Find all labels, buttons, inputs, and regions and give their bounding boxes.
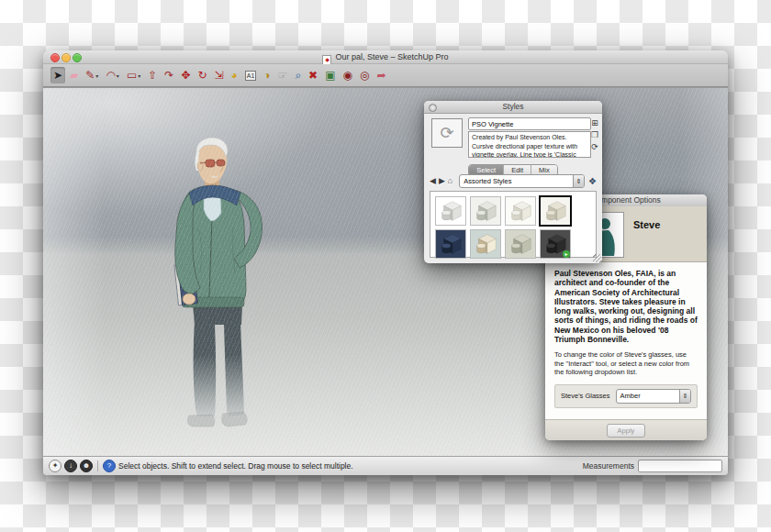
credits-icon[interactable]: ↓ [64,460,77,472]
style-washed-thumbnail[interactable] [505,196,536,226]
style-options-icon[interactable]: ❖ [588,176,597,186]
push-pull-tool[interactable]: ⇧ [145,67,160,83]
walk-icon: ◎ [360,67,369,83]
update-style-icon[interactable]: ❐ [589,129,600,141]
dropdown-caret-icon[interactable]: ▾ [117,72,119,79]
follow-me-icon: ↷ [164,67,173,83]
arc-tool[interactable]: ◠▾ [103,67,122,83]
style-pso-vignette-thumbnail[interactable] [540,196,571,226]
orbit-icon: ◑ [263,67,270,83]
follow-me-tool[interactable]: ↷ [162,67,176,83]
dropdown-caret-icon[interactable]: ▾ [138,72,140,79]
push-pull-icon: ⇧ [148,67,157,83]
user-icon[interactable]: ☻ [80,460,93,472]
collection-value: Assorted Styles [460,177,573,185]
walk-tool[interactable]: ◎ [357,67,372,83]
style-sketchy-tan-thumbnail[interactable] [470,229,501,259]
text-tool[interactable]: A1 [242,67,260,83]
select-stepper-icon: ⇕ [679,390,690,403]
style-light-1-thumbnail[interactable] [435,196,466,226]
component-bio: Paul Stevenson Oles, FAIA, is an archite… [554,269,698,344]
glasses-option-row: Steve's Glasses Amber ⇕ [554,384,698,408]
position-camera-icon: ▣ [325,67,335,83]
look-around-icon: ◉ [343,67,352,83]
window-titlebar[interactable]: ◆Our pal, Steve – SketchUp Pro [43,50,728,64]
style-dark-gray-thumbnail[interactable]: ▸ [540,229,571,259]
line-tool[interactable]: ✎▾ [83,67,101,83]
glasses-color-value: Amber [617,392,679,400]
status-divider [97,460,98,471]
zoom-icon: ⌕ [295,67,301,83]
pan-tool[interactable]: ☞ [275,67,291,83]
toolbar: ➤▰✎▾◠▾▭▾⇧↷✥↻⇲◕A1◑☞⌕✖▣◉◎➦ [43,64,728,87]
rectangle-tool[interactable]: ▭▾ [124,67,143,83]
style-action-icons: ⊞❐⟳ [589,117,600,153]
styles-grid: ▸ [430,191,597,258]
rotate-icon: ↻ [197,67,207,83]
eraser-icon: ▰ [70,67,78,83]
back-icon[interactable]: ◀ [430,176,436,185]
status-bar: ✦↓☻? Select objects. Shift to extend sel… [43,456,728,475]
resize-grip[interactable] [593,254,601,262]
style-name-input[interactable] [468,117,591,130]
style-shaded-thumbnail[interactable] [470,196,501,226]
zoom-extents-icon: ✖ [308,67,318,83]
zoom-tool[interactable]: ⌕ [292,67,304,83]
create-style-icon[interactable]: ⊞ [589,117,600,129]
forward-icon[interactable]: ▶ [439,176,445,185]
paint-bucket-icon: ◕ [231,67,238,83]
share-icon: ➦ [376,67,386,83]
close-icon[interactable] [429,104,437,112]
status-hint: Select objects. Shift to extend select. … [118,461,583,471]
rotate-tool[interactable]: ↻ [195,67,209,83]
select-icon: ➤ [53,67,62,83]
glasses-option-label: Steve's Glasses [561,392,610,400]
styles-title: Styles [502,102,523,111]
component-footer: Apply [545,419,707,440]
component-body: Paul Stevenson Oles, FAIA, is an archite… [545,261,707,420]
help-icon[interactable]: ? [103,460,116,472]
component-instructions: To change the color of Steve's glasses, … [554,350,698,377]
paint-bucket-tool[interactable]: ◕ [229,67,240,83]
window-title: ◆Our pal, Steve – SketchUp Pro [43,52,728,65]
measurements-input[interactable] [638,460,722,472]
line-icon: ✎ [85,67,95,83]
text-icon: A1 [245,71,257,81]
scale-icon: ⇲ [214,67,223,83]
refresh-icon: ⟳ [440,124,453,142]
style-dark-blue-thumbnail[interactable] [435,229,466,259]
select-stepper-icon: ⇕ [573,175,584,187]
orbit-tool[interactable]: ◑ [261,67,273,83]
measurements-label: Measurements [583,461,634,471]
share-tool[interactable]: ➦ [374,67,388,83]
rectangle-icon: ▭ [127,67,137,83]
style-sage-thumbnail[interactable] [505,229,536,259]
pan-icon: ☞ [278,67,288,83]
steve-figure[interactable] [152,136,281,434]
styles-panel: Styles ⟳ Created by Paul Stevenson Oles.… [424,101,602,263]
dynamic-component-badge-icon: ▸ [563,250,570,258]
active-style-thumbnail: ⟳ [431,118,463,148]
desktop-background: ◆Our pal, Steve – SketchUp Pro ➤▰✎▾◠▾▭▾⇧… [0,0,771,532]
look-around-tool[interactable]: ◉ [341,67,355,83]
styles-titlebar[interactable]: Styles [424,101,602,114]
styles-navigation: ◀ ▶ ⌂ Assorted Styles ⇕ ❖ [430,174,597,187]
glasses-color-select[interactable]: Amber ⇕ [616,389,691,404]
move-tool[interactable]: ✥ [178,67,193,83]
arc-icon: ◠ [106,67,115,83]
eraser-tool[interactable]: ▰ [67,67,81,83]
select-tool[interactable]: ➤ [50,67,65,83]
position-camera-tool[interactable]: ▣ [322,67,338,83]
refresh-style-icon[interactable]: ⟳ [589,141,600,153]
dropdown-caret-icon[interactable]: ▾ [95,72,98,79]
scale-tool[interactable]: ⇲ [211,67,226,83]
collection-select[interactable]: Assorted Styles ⇕ [459,174,585,188]
geolocation-icon[interactable]: ✦ [49,460,61,472]
component-name: Steve [633,219,660,230]
apply-button[interactable]: Apply [607,424,645,438]
zoom-extents-tool[interactable]: ✖ [306,67,320,83]
home-icon[interactable]: ⌂ [448,176,453,185]
move-icon: ✥ [181,67,190,83]
style-description[interactable]: Created by Paul Stevenson Oles. Cursive … [468,131,591,158]
